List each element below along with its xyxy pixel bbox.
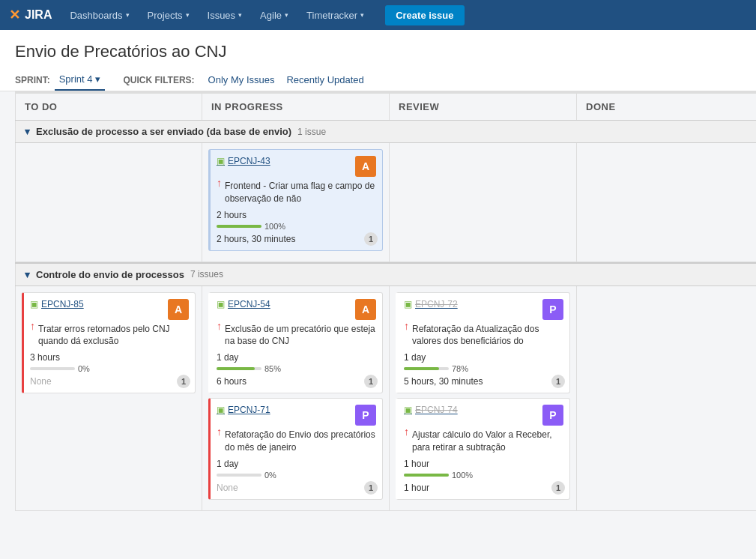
card-epcnj-85-extra: None <box>30 376 52 387</box>
swimlane2-toggle[interactable]: ▾ <box>25 269 30 280</box>
nav-timetracker-chevron: ▾ <box>360 11 364 19</box>
card-epcnj-54-id[interactable]: ▣ EPCNJ-54 <box>217 299 270 309</box>
swimlane1-review-cell <box>390 143 577 262</box>
card-epcnj-74-avatar: P <box>542 405 563 426</box>
card-epcnj-43-progress: 100% <box>217 222 376 231</box>
swimlane2-title: Controle do envio de processos <box>36 269 184 280</box>
card-epcnj-54-extra: 6 hours <box>217 376 247 387</box>
story-icon-72: ▣ <box>404 299 412 309</box>
nav-timetracker[interactable]: Timetracker ▾ <box>299 0 372 30</box>
col-header-inprogress: In Progress <box>202 93 390 120</box>
story-icon: ▣ <box>217 156 225 166</box>
column-headers: To Do In Progress Review Done <box>15 91 756 120</box>
card-epcnj-54-avatar: A <box>355 299 376 320</box>
priority-icon-54: ↑ <box>217 320 222 332</box>
priority-icon-43: ↑ <box>217 177 222 189</box>
nav-dashboards[interactable]: Dashboards ▾ <box>62 0 136 30</box>
card-epcnj-85-avatar: A <box>168 299 189 320</box>
card-epcnj-71-extra: None <box>217 483 238 493</box>
nav-issues-chevron: ▾ <box>238 11 242 19</box>
card-epcnj-74-summary: Ajustar cálculo do Valor a Receber, para… <box>412 429 563 454</box>
priority-icon-71: ↑ <box>217 426 222 438</box>
card-epcnj-74-comments: 1 <box>551 481 565 495</box>
card-epcnj-74[interactable]: ▣ EPCNJ-74 P ↑ Ajustar cálculo do Valor … <box>396 398 570 500</box>
progress-label-54: 85% <box>264 364 281 373</box>
progress-label-43: 100% <box>264 222 285 231</box>
priority-icon-72: ↑ <box>404 320 409 332</box>
nav-issues-label: Issues <box>208 10 236 21</box>
filters-row: SPRINT: Sprint 4 ▾ QUICK FILTERS: Only M… <box>15 69 741 91</box>
col-header-done: Done <box>577 93 756 120</box>
card-epcnj-71-progress: 0% <box>217 471 376 480</box>
card-epcnj-72-avatar: P <box>542 299 563 320</box>
card-epcnj-43-summary: Frontend - Criar uma flag e campo de obs… <box>225 180 376 205</box>
create-issue-button[interactable]: Create issue <box>385 5 464 25</box>
issue-id-text-85: EPCNJ-85 <box>41 299 84 309</box>
card-epcnj-74-id[interactable]: ▣ EPCNJ-74 <box>404 405 458 415</box>
swimlane2-todo-cell: ▣ EPCNJ-85 A ↑ Tratar erros retornados p… <box>15 286 202 511</box>
priority-icon-74: ↑ <box>404 426 409 438</box>
page-title: Envio de Precatórios ao CNJ <box>15 42 741 61</box>
card-epcnj-72-progress: 78% <box>404 364 563 373</box>
card-epcnj-85[interactable]: ▣ EPCNJ-85 A ↑ Tratar erros retornados p… <box>22 292 196 394</box>
card-epcnj-71-avatar: P <box>355 405 376 426</box>
swimlane2-grid: ▣ EPCNJ-85 A ↑ Tratar erros retornados p… <box>15 286 756 511</box>
filter-my-issues[interactable]: Only My Issues <box>202 70 281 90</box>
card-epcnj-72-id[interactable]: ▣ EPCNJ-72 <box>404 299 458 309</box>
swimlane2-inprogress-cell: ▣ EPCNJ-54 A ↑ Exclusão de um precatório… <box>202 286 390 511</box>
issue-id-text-54: EPCNJ-54 <box>228 299 270 309</box>
sprint-label: SPRINT: <box>15 75 50 85</box>
jira-logo-text: JIRA <box>25 8 52 22</box>
card-epcnj-43[interactable]: ▣ EPCNJ-43 A ↑ Frontend - Criar uma flag… <box>208 149 383 251</box>
card-epcnj-54-summary: Exclusão de um precatório que esteja na … <box>225 323 376 348</box>
card-epcnj-85-progress: 0% <box>30 364 189 373</box>
issue-id-text: EPCNJ-43 <box>228 156 270 166</box>
jira-x-icon: ✕ <box>9 7 20 23</box>
filter-recently-updated[interactable]: Recently Updated <box>280 70 369 90</box>
card-epcnj-72-summary: Refatoração da Atualização dos valores d… <box>412 323 563 348</box>
story-icon-85: ▣ <box>30 299 38 309</box>
progress-label-85: 0% <box>78 364 90 373</box>
card-epcnj-54-time: 1 day <box>217 352 376 363</box>
card-epcnj-54[interactable]: ▣ EPCNJ-54 A ↑ Exclusão de um precatório… <box>208 292 383 394</box>
sprint-chevron-icon: ▾ <box>95 73 100 85</box>
nav-agile-chevron: ▾ <box>285 11 288 19</box>
card-epcnj-43-time: 2 hours <box>217 210 376 220</box>
story-icon-71: ▣ <box>217 405 225 415</box>
card-epcnj-43-avatar: A <box>355 156 376 177</box>
card-epcnj-74-extra: 1 hour <box>404 483 429 493</box>
issue-id-text-72: EPCNJ-72 <box>415 299 458 309</box>
sprint-select[interactable]: Sprint 4 ▾ <box>55 69 106 91</box>
swimlane1-toggle[interactable]: ▾ <box>25 126 30 137</box>
card-epcnj-71-summary: Refatoração do Envio dos precatórios do … <box>225 429 376 454</box>
card-epcnj-85-id[interactable]: ▣ EPCNJ-85 <box>30 299 84 309</box>
card-epcnj-54-progress: 85% <box>217 364 376 373</box>
nav-dashboards-label: Dashboards <box>70 10 122 21</box>
card-epcnj-72[interactable]: ▣ EPCNJ-72 P ↑ Refatoração da Atualizaçã… <box>396 292 570 394</box>
swimlane2-review-cell: ▣ EPCNJ-72 P ↑ Refatoração da Atualizaçã… <box>390 286 577 511</box>
swimlane-1: ▾ Exclusão de processo a ser enviado (da… <box>15 120 741 262</box>
card-epcnj-85-summary: Tratar erros retornados pelo CNJ quando … <box>38 323 189 348</box>
nav-dashboards-chevron: ▾ <box>126 11 130 19</box>
nav-projects-chevron: ▾ <box>186 11 190 19</box>
card-epcnj-71-comments: 1 <box>364 481 378 495</box>
quick-filters-label: QUICK FILTERS: <box>123 75 194 85</box>
card-epcnj-74-time: 1 hour <box>404 459 563 469</box>
progress-label-72: 78% <box>452 364 468 373</box>
card-epcnj-43-extra: 2 hours, 30 minutes <box>217 234 295 244</box>
nav-projects[interactable]: Projects ▾ <box>140 0 197 30</box>
card-epcnj-71-id[interactable]: ▣ EPCNJ-71 <box>217 405 270 415</box>
swimlane1-count: 1 issue <box>297 127 326 137</box>
progress-label-74: 100% <box>452 471 473 480</box>
card-epcnj-71[interactable]: ▣ EPCNJ-71 P ↑ Refatoração do Envio dos … <box>208 398 383 500</box>
swimlane1-done-cell <box>577 143 756 262</box>
card-epcnj-43-id[interactable]: ▣ EPCNJ-43 <box>217 156 270 166</box>
nav-agile-label: Agile <box>260 10 282 21</box>
card-epcnj-72-time: 1 day <box>404 352 563 363</box>
swimlane2-done-cell <box>577 286 756 511</box>
jira-logo: ✕ JIRA <box>9 7 52 23</box>
nav-issues[interactable]: Issues ▾ <box>200 0 250 30</box>
nav-agile[interactable]: Agile ▾ <box>252 0 296 30</box>
col-header-todo: To Do <box>15 93 202 120</box>
swimlane-2: ▾ Controle do envio de processos 7 issue… <box>15 262 741 511</box>
